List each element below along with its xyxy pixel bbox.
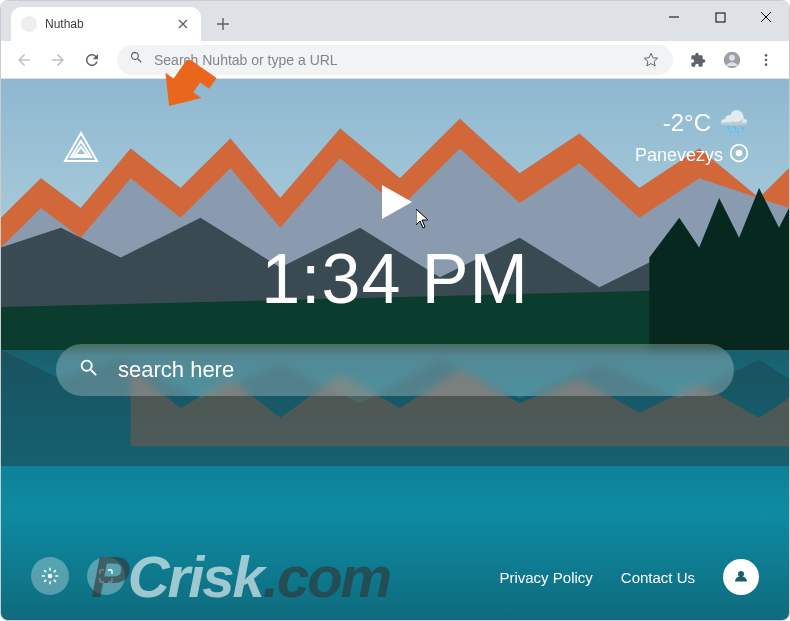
toolbar: Search Nuhtab or type a URL bbox=[1, 41, 789, 79]
search-icon bbox=[129, 50, 144, 69]
clock-display: 1:34 PM bbox=[1, 239, 789, 319]
search-icon bbox=[78, 357, 100, 383]
reload-button[interactable] bbox=[77, 45, 107, 75]
maximize-button[interactable] bbox=[697, 1, 743, 33]
chat-icon[interactable] bbox=[723, 559, 759, 595]
weather-icon: 🌧️ bbox=[719, 109, 749, 137]
browser-window: Nuthab Search Nuhtab or type a URL bbox=[0, 0, 790, 621]
window-controls bbox=[651, 1, 789, 33]
search-bar[interactable]: search here bbox=[56, 344, 734, 396]
tab-title: Nuthab bbox=[45, 17, 167, 31]
location-pin-icon bbox=[729, 143, 749, 168]
minimize-button[interactable] bbox=[651, 1, 697, 33]
weather-widget[interactable]: -2°C 🌧️ Panevezys bbox=[635, 109, 749, 168]
menu-icon[interactable] bbox=[751, 45, 781, 75]
new-tab-button[interactable] bbox=[209, 10, 237, 38]
bottom-left-controls bbox=[31, 557, 125, 595]
svg-rect-0 bbox=[716, 13, 725, 22]
contact-us-link[interactable]: Contact Us bbox=[621, 569, 695, 586]
back-button[interactable] bbox=[9, 45, 39, 75]
weather-temperature: -2°C 🌧️ bbox=[635, 109, 749, 137]
fullscreen-circle-button[interactable] bbox=[87, 557, 125, 595]
address-bar[interactable]: Search Nuhtab or type a URL bbox=[117, 45, 673, 75]
address-bar-placeholder: Search Nuhtab or type a URL bbox=[154, 52, 631, 68]
svg-point-3 bbox=[765, 54, 768, 57]
close-window-button[interactable] bbox=[743, 1, 789, 33]
tab-close-icon[interactable] bbox=[175, 16, 191, 32]
search-placeholder: search here bbox=[118, 357, 234, 383]
footer-links: Privacy Policy Contact Us bbox=[499, 559, 759, 595]
browser-tab[interactable]: Nuthab bbox=[11, 7, 201, 41]
tab-favicon bbox=[21, 16, 37, 32]
extensions-icon[interactable] bbox=[683, 45, 713, 75]
titlebar: Nuthab bbox=[1, 1, 789, 41]
svg-point-4 bbox=[765, 58, 768, 61]
location-name: Panevezys bbox=[635, 145, 723, 166]
play-button[interactable] bbox=[372, 179, 418, 229]
app-logo-icon bbox=[61, 129, 101, 173]
forward-button[interactable] bbox=[43, 45, 73, 75]
svg-point-5 bbox=[765, 63, 768, 66]
profile-icon[interactable] bbox=[717, 45, 747, 75]
svg-point-8 bbox=[48, 574, 53, 579]
svg-point-2 bbox=[729, 54, 735, 60]
weather-location: Panevezys bbox=[635, 143, 749, 168]
bookmark-star-icon[interactable] bbox=[641, 52, 661, 68]
privacy-policy-link[interactable]: Privacy Policy bbox=[499, 569, 592, 586]
temperature-value: -2°C bbox=[663, 109, 711, 137]
svg-point-7 bbox=[736, 150, 743, 157]
page-content: -2°C 🌧️ Panevezys 1:34 PM search here bbox=[1, 79, 789, 620]
settings-circle-button[interactable] bbox=[31, 557, 69, 595]
